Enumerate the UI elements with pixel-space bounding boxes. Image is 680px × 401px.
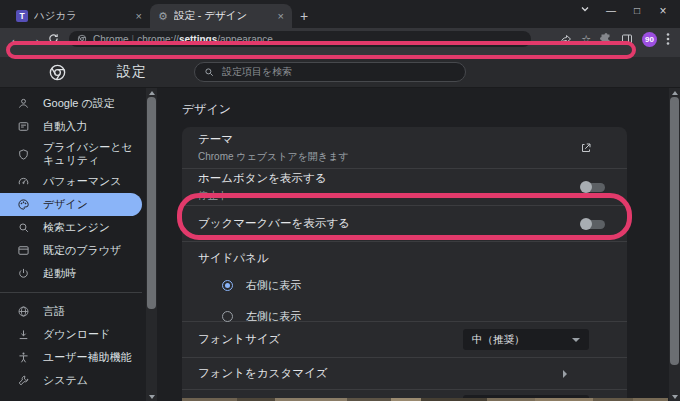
chrome-logo-icon bbox=[48, 63, 67, 82]
back-button[interactable]: ← bbox=[10, 33, 22, 45]
gear-icon: ⚙ bbox=[158, 11, 168, 22]
sidebar-label: パフォーマンス bbox=[43, 174, 122, 189]
sidebar-label: ダウンロード bbox=[43, 327, 110, 342]
tab-strip: T ハジカラ × ⚙ 設定 - デザイン × + bbox=[8, 4, 316, 28]
tab-hajikara[interactable]: T ハジカラ × bbox=[8, 4, 150, 28]
side-panel-icon[interactable] bbox=[621, 33, 633, 45]
new-tab-button[interactable]: + bbox=[292, 4, 316, 28]
bookmarks-bar-toggle-off[interactable] bbox=[580, 218, 606, 230]
show-bookmarks-bar-row[interactable]: ブックマークバーを表示する bbox=[182, 205, 627, 241]
site-favicon: T bbox=[16, 10, 28, 22]
sidebar-item-autofill[interactable]: 自動入力 bbox=[0, 115, 142, 138]
close-tab-icon[interactable]: × bbox=[278, 11, 284, 22]
search-icon bbox=[204, 67, 214, 77]
dropdown-arrow-icon bbox=[572, 338, 580, 342]
kebab-menu-icon[interactable] bbox=[666, 32, 670, 46]
window-controls: — □ × bbox=[572, 1, 676, 21]
sidebar-label: Google の設定 bbox=[43, 96, 115, 111]
sidebar-item-default-browser[interactable]: 既定のブラウザ bbox=[0, 239, 142, 262]
theme-subtitle: Chrome ウェブストアを開きます bbox=[198, 150, 580, 164]
close-tab-icon[interactable]: × bbox=[136, 11, 142, 22]
settings-sidebar: Google の設定 自動入力 プライバシーとセキュリティ パフォーマンス デザ… bbox=[0, 88, 158, 401]
forward-button[interactable]: → bbox=[29, 33, 41, 45]
radio-label: 右側に表示 bbox=[246, 278, 301, 293]
page-title: 設定 bbox=[117, 63, 147, 81]
radio-unselected-icon[interactable] bbox=[222, 311, 233, 322]
sidebar-item-search-engine[interactable]: 検索エンジン bbox=[0, 216, 142, 239]
settings-content: デザイン テーマ Chrome ウェブストアを開きます ホームボタンを表示する … bbox=[158, 88, 680, 401]
scroll-down-icon[interactable] bbox=[146, 392, 157, 401]
section-heading: デザイン bbox=[182, 101, 680, 118]
maximize-button[interactable]: □ bbox=[624, 1, 650, 21]
side-panel-section: サイドパネル 右側に表示 左側に表示 bbox=[182, 241, 627, 321]
sidebar-item-downloads[interactable]: ダウンロード bbox=[0, 323, 142, 346]
bookmarks-bar-title: ブックマークバーを表示する bbox=[198, 216, 580, 231]
theme-row[interactable]: テーマ Chrome ウェブストアを開きます bbox=[182, 127, 627, 168]
sidebar-label: 自動入力 bbox=[43, 119, 87, 134]
minimize-button[interactable]: — bbox=[598, 1, 624, 21]
radio-selected-icon[interactable] bbox=[222, 280, 233, 291]
extension-icon[interactable] bbox=[600, 33, 612, 45]
sidebar-label: プライバシーとセキュリティ bbox=[43, 141, 142, 167]
radio-option-right[interactable]: 右側に表示 bbox=[198, 278, 611, 293]
power-icon bbox=[17, 267, 31, 280]
reload-button[interactable] bbox=[48, 33, 59, 46]
sidebar-label: 起動時 bbox=[43, 266, 76, 281]
font-size-select[interactable]: 中（推奨） bbox=[463, 329, 589, 350]
home-button-title: ホームボタンを表示する bbox=[198, 171, 580, 186]
font-size-row: フォントサイズ 中（推奨） bbox=[182, 321, 627, 357]
scroll-up-icon[interactable] bbox=[146, 88, 157, 97]
sidebar-item-google-settings[interactable]: Google の設定 bbox=[0, 92, 142, 115]
settings-search-input[interactable]: 設定項目を検索 bbox=[194, 62, 466, 82]
sidebar-label: 既定のブラウザ bbox=[43, 243, 121, 258]
sidebar-item-privacy[interactable]: プライバシーとセキュリティ bbox=[0, 138, 142, 170]
content-scrollbar[interactable] bbox=[669, 88, 680, 401]
title-bar: T ハジカラ × ⚙ 設定 - デザイン × + — □ × bbox=[0, 0, 680, 28]
show-home-button-row[interactable]: ホームボタンを表示する 停止中 bbox=[182, 168, 627, 205]
tab-search-icon[interactable] bbox=[572, 1, 598, 21]
profile-avatar-badge[interactable]: 90 bbox=[642, 32, 657, 47]
scrollbar-thumb[interactable] bbox=[670, 97, 679, 365]
home-button-toggle-off[interactable] bbox=[580, 181, 606, 193]
home-button-status: 停止中 bbox=[198, 189, 580, 203]
globe-icon bbox=[17, 305, 31, 318]
wrench-icon bbox=[17, 374, 31, 387]
sidebar-item-appearance[interactable]: デザイン bbox=[0, 193, 142, 216]
sidebar-label: 検索エンジン bbox=[43, 220, 110, 235]
sidebar-label: ユーザー補助機能 bbox=[43, 350, 132, 365]
sidebar-item-on-startup[interactable]: 起動時 bbox=[0, 262, 142, 285]
sidebar-item-performance[interactable]: パフォーマンス bbox=[0, 170, 142, 193]
customize-fonts-row[interactable]: フォントをカスタマイズ bbox=[182, 357, 627, 389]
side-panel-title: サイドパネル bbox=[198, 251, 611, 266]
person-icon bbox=[17, 97, 31, 110]
sidebar-item-system[interactable]: システム bbox=[0, 369, 142, 392]
tab-settings-appearance[interactable]: ⚙ 設定 - デザイン × bbox=[150, 4, 292, 28]
tab-title: ハジカラ bbox=[34, 9, 130, 23]
sidebar-item-languages[interactable]: 言語 bbox=[0, 300, 142, 323]
radio-label: 左側に表示 bbox=[246, 309, 301, 324]
address-bar[interactable]: Chrome|chrome://settings/appearance bbox=[69, 31, 531, 47]
settings-header: 設定 設定項目を検索 bbox=[0, 57, 680, 88]
sidebar-label: 言語 bbox=[43, 304, 65, 319]
palette-icon bbox=[17, 198, 31, 211]
scroll-up-icon[interactable] bbox=[669, 88, 680, 97]
close-window-button[interactable]: × bbox=[650, 1, 676, 21]
sidebar-scrollbar[interactable] bbox=[146, 88, 157, 401]
url-text: Chrome|chrome://settings/appearance bbox=[93, 34, 273, 45]
search-icon bbox=[17, 221, 31, 234]
sidebar-item-accessibility[interactable]: ユーザー補助機能 bbox=[0, 346, 142, 369]
theme-title: テーマ bbox=[198, 132, 580, 147]
sidebar-label: システム bbox=[43, 373, 88, 388]
browser-window-icon bbox=[17, 244, 31, 257]
download-icon bbox=[17, 328, 31, 341]
bookmarks-bar bbox=[0, 50, 680, 57]
font-size-value: 中（推奨） bbox=[472, 333, 525, 347]
scrollbar-thumb[interactable] bbox=[147, 97, 156, 309]
external-link-icon[interactable] bbox=[580, 142, 592, 154]
bookmark-star-icon[interactable]: ☆ bbox=[581, 34, 591, 45]
autofill-icon bbox=[17, 120, 31, 133]
site-info-icon[interactable] bbox=[77, 34, 87, 44]
scroll-down-icon[interactable] bbox=[669, 392, 680, 401]
tab-title: 設定 - デザイン bbox=[174, 9, 272, 23]
share-icon[interactable] bbox=[560, 33, 572, 45]
